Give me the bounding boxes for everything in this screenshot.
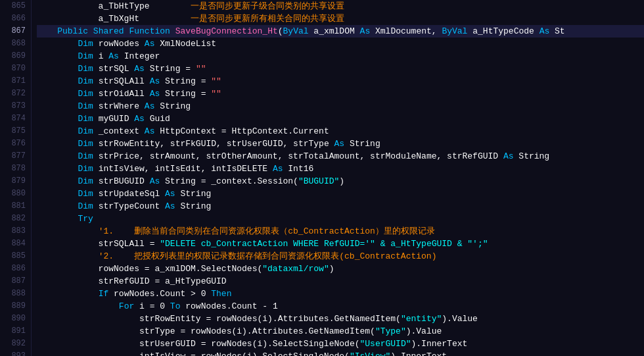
code-token: If <box>99 288 109 300</box>
code-token: intIsView = rowNodes(i).SelectSingleNode… <box>37 350 350 356</box>
code-line: '2. 把授权列表里的权限记录数据存储到合同资源化权限表(cb_Contract… <box>37 250 644 263</box>
code-token: "DELETE cb_ContractAction WHERE RefGUID=… <box>160 238 488 250</box>
code-token <box>37 150 78 163</box>
code-token: a_xmlDOM <box>309 25 360 38</box>
code-token: As <box>145 38 155 50</box>
code-token: rowNodes.Count > 0 <box>108 288 211 300</box>
code-token: _context <box>93 125 145 138</box>
code-line: Dim strSQL As String = "" <box>37 63 644 75</box>
code-token <box>37 225 99 238</box>
line-number: 879 <box>0 175 31 188</box>
code-line: Dim strSQLAll As String = "" <box>37 75 644 88</box>
code-token: "Type" <box>375 325 406 338</box>
code-token: Dim <box>78 113 93 125</box>
code-token: To <box>170 300 181 313</box>
code-token: String <box>175 188 212 200</box>
code-line: a_TbHtType 一是否同步更新子级合同类别的共享设置 <box>37 0 644 13</box>
code-token: String = <box>160 88 211 100</box>
line-number: 878 <box>0 163 31 175</box>
code-token: As <box>503 150 514 163</box>
code-token: As <box>108 50 119 63</box>
code-token: i = 0 <box>134 300 170 313</box>
code-line: intIsView = rowNodes(i).SelectSingleNode… <box>37 350 644 356</box>
code-token: ).InnerText <box>411 338 468 350</box>
code-token: Dim <box>78 100 93 113</box>
code-token: As <box>540 25 550 38</box>
code-line: Dim strTypeCount As String <box>37 200 644 213</box>
code-token: strRowEntity = rowNodes(i).Attributes.Ge… <box>37 313 401 325</box>
code-token <box>37 250 99 263</box>
code-token: ).Value <box>442 313 478 325</box>
code-line: Dim strRowEntity, strFkGUID, strUserGUID… <box>37 138 644 150</box>
code-token: Dim <box>78 175 93 188</box>
code-container: 8658668678688698708718728738748758768778… <box>0 0 644 356</box>
code-token: '2. 把授权列表里的权限记录数据存储到合同资源化权限表(cb_Contract… <box>99 250 437 263</box>
code-content[interactable]: a_TbHtType 一是否同步更新子级合同类别的共享设置 a_TbXgHt 一… <box>32 0 644 356</box>
line-number: 880 <box>0 188 31 200</box>
code-line: Dim _context As HttpContext = HttpContex… <box>37 125 644 138</box>
code-token: "IsView" <box>350 350 390 356</box>
line-number: 885 <box>0 250 31 263</box>
code-token: rowNodes.Count - 1 <box>180 300 277 313</box>
line-numbers: 8658668678688698708718728738748758768778… <box>0 0 32 356</box>
code-token: String = <box>145 63 196 75</box>
code-line: rowNodes = a_xmlDOM.SelectNodes("dataxml… <box>37 263 644 275</box>
line-number: 891 <box>0 325 31 338</box>
code-token: "" <box>196 63 206 75</box>
line-number: 867 <box>0 25 31 38</box>
line-number: 871 <box>0 75 31 88</box>
code-token: a_HtTypeCode <box>467 25 539 38</box>
code-line: Dim i As Integer <box>37 50 644 63</box>
code-token: As <box>165 200 175 213</box>
code-token: Dim <box>78 75 93 88</box>
line-number: 883 <box>0 225 31 238</box>
code-token: As <box>150 75 160 88</box>
code-token: String <box>175 200 212 213</box>
code-token: strUserGUID = rowNodes(i).SelectSingleNo… <box>37 338 359 350</box>
code-token: HttpContext = HttpContext.Current <box>154 125 329 138</box>
code-token: ) <box>339 175 344 188</box>
code-token <box>37 213 78 225</box>
code-token: Try <box>78 213 93 225</box>
code-token: ).InnerText <box>390 350 447 356</box>
code-line: strRowEntity = rowNodes(i).Attributes.Ge… <box>37 313 644 325</box>
code-token: As <box>334 138 345 150</box>
code-token: As <box>273 163 283 175</box>
code-token: strRefGUID = a_HtTypeGUID <box>37 275 227 288</box>
line-number: 884 <box>0 238 31 250</box>
code-token: Dim <box>78 125 93 138</box>
code-token: Dim <box>78 163 93 175</box>
code-line: strUserGUID = rowNodes(i).SelectSingleNo… <box>37 338 644 350</box>
code-token <box>37 38 78 50</box>
code-token <box>37 175 78 188</box>
code-token: rowNodes <box>93 38 145 50</box>
code-token: strBUGUID <box>93 175 150 188</box>
code-line: Dim strUpdateSql As String <box>37 188 644 200</box>
code-token: "" <box>211 75 221 88</box>
line-number: 886 <box>0 263 31 275</box>
code-token: As <box>145 100 155 113</box>
code-token: a_TbXgHt <box>37 13 139 25</box>
code-line: Dim strWhere As String <box>37 100 644 113</box>
code-token <box>170 25 175 38</box>
code-token: String <box>344 138 380 150</box>
line-number: 890 <box>0 313 31 325</box>
code-line: a_TbXgHt 一是否同步更新所有相关合同的共享设置 <box>37 13 644 25</box>
code-token: "BUGUID" <box>298 175 339 188</box>
code-token: "entity" <box>401 313 442 325</box>
code-line: strRefGUID = a_HtTypeGUID <box>37 275 644 288</box>
line-number: 872 <box>0 88 31 100</box>
code-token <box>37 88 78 100</box>
line-number: 877 <box>0 150 31 163</box>
code-line: Dim myGUID As Guid <box>37 113 644 125</box>
code-line: Dim rowNodes As XmlNodeList <box>37 38 644 50</box>
code-token: ).Value <box>406 325 442 338</box>
code-token: Dim <box>78 138 93 150</box>
code-token: strPrice, strAmount, strOtherAmount, str… <box>93 150 503 163</box>
code-token <box>37 25 57 38</box>
code-token: Integer <box>119 50 160 63</box>
code-token <box>37 63 78 75</box>
code-token: Function <box>129 25 170 38</box>
code-token: String = <box>160 75 211 88</box>
code-token: "dataxml/row" <box>262 263 329 275</box>
